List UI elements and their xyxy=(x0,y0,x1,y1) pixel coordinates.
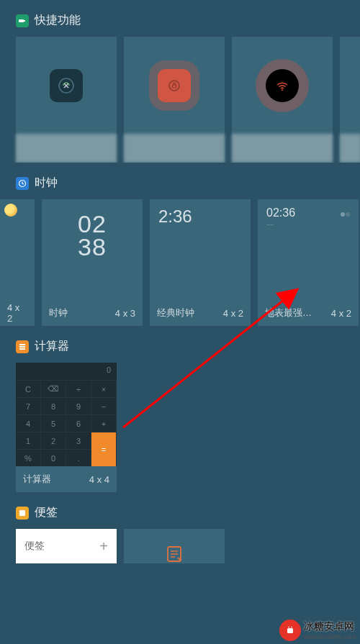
quick-section-icon xyxy=(16,14,29,27)
notes-row: 便签 + xyxy=(0,529,360,563)
svg-rect-1 xyxy=(24,20,25,22)
clock-size: 4 x 3 xyxy=(115,308,135,319)
svg-point-3 xyxy=(169,81,179,91)
lock-icon xyxy=(158,69,191,102)
clock-time: 2:36 xyxy=(158,207,242,227)
clock-footer: 时钟 4 x 3 xyxy=(42,300,143,326)
section-title-notes: 便签 xyxy=(35,505,58,520)
svg-point-8 xyxy=(346,212,350,217)
wifi-icon xyxy=(266,69,299,102)
calc-key: % xyxy=(16,449,41,466)
clock-name: 经典时钟 xyxy=(157,307,194,319)
calculator-row: 0 C ⌫ ÷ × 7 8 9 − 4 5 6 + 1 2 3 = % 0 . xyxy=(0,363,360,492)
clock-preview: 2:36 xyxy=(150,199,251,300)
sun-icon xyxy=(4,204,17,217)
svg-rect-11 xyxy=(19,344,25,345)
watermark-logo-icon xyxy=(279,620,301,641)
clock-sub: ···· xyxy=(266,221,350,228)
quick-label-blur xyxy=(340,134,360,163)
quick-preview xyxy=(124,37,225,134)
close-icon xyxy=(50,69,83,102)
clock-card-digital[interactable]: 02 38 时钟 4 x 3 xyxy=(42,199,143,326)
section-header-notes: 便签 xyxy=(0,492,360,529)
section-header-quick: 快捷功能 xyxy=(0,0,360,37)
watermark-url: www.btxtdmy.com xyxy=(304,633,356,640)
calc-key: 3 xyxy=(66,432,91,449)
note-card-add[interactable]: 便签 + xyxy=(16,529,117,563)
calc-key: 8 xyxy=(41,397,66,414)
clock-preview xyxy=(0,199,35,300)
quick-preview xyxy=(16,37,117,134)
svg-rect-13 xyxy=(19,510,25,516)
calc-key: 5 xyxy=(41,414,66,432)
clock-row: 4 x 2 02 38 时钟 4 x 3 2:36 经典时钟 4 x 2 02:… xyxy=(0,199,360,326)
clock-section-icon xyxy=(16,177,29,190)
quick-card-lock[interactable] xyxy=(124,37,225,163)
calculator-name: 计算器 xyxy=(23,473,51,486)
quick-row xyxy=(0,37,360,163)
calc-key: 4 xyxy=(16,414,41,432)
section-title-clock: 时钟 xyxy=(35,176,58,191)
calc-key: 0 xyxy=(41,449,66,466)
note-card-preview[interactable] xyxy=(124,529,225,563)
quick-preview xyxy=(340,37,360,134)
clock-card-weather[interactable]: 4 x 2 xyxy=(0,199,35,326)
calc-key: + xyxy=(91,414,117,432)
notes-section-icon xyxy=(16,507,29,520)
clock-size: 4 x 2 xyxy=(223,308,243,319)
calc-key: 7 xyxy=(16,397,41,414)
calc-key: 9 xyxy=(66,397,91,414)
quick-label-blur xyxy=(232,134,333,163)
clock-preview: 02:36 ···· xyxy=(258,199,359,300)
clock-footer: 地表最强… 4 x 2 xyxy=(258,300,359,326)
clock-name: 时钟 xyxy=(49,307,68,319)
quick-card-clear[interactable] xyxy=(16,37,117,163)
calc-key: 2 xyxy=(41,432,66,449)
weather-dots-icon xyxy=(340,208,351,221)
svg-point-18 xyxy=(288,627,289,628)
note-doc-icon xyxy=(165,545,184,563)
svg-rect-17 xyxy=(287,628,293,633)
calculator-card[interactable]: 0 C ⌫ ÷ × 7 8 9 − 4 5 6 + 1 2 3 = % 0 . xyxy=(16,363,117,492)
calculator-size: 4 x 4 xyxy=(89,474,109,485)
clock-time: 02:36 xyxy=(266,207,350,219)
svg-point-19 xyxy=(291,627,292,628)
watermark: 冰糖安卓网 www.btxtdmy.com xyxy=(279,620,356,641)
calculator-grid: C ⌫ ÷ × 7 8 9 − 4 5 6 + 1 2 3 = % 0 . xyxy=(16,380,117,466)
calc-key: 6 xyxy=(66,414,91,432)
svg-rect-12 xyxy=(19,348,25,350)
svg-rect-4 xyxy=(173,85,176,88)
clock-footer: 4 x 2 xyxy=(0,300,35,326)
section-title-calculator: 计算器 xyxy=(35,339,69,354)
calc-key: 1 xyxy=(16,432,41,449)
calc-key: × xyxy=(91,380,117,397)
quick-label-blur xyxy=(16,134,117,163)
calc-key: . xyxy=(66,449,91,466)
calculator-display: 0 xyxy=(16,363,117,380)
section-header-calculator: 计算器 xyxy=(0,326,360,363)
svg-point-7 xyxy=(341,212,345,217)
clock-time-bot: 38 xyxy=(50,235,134,258)
plus-icon: + xyxy=(99,538,108,555)
quick-card-wifi[interactable] xyxy=(232,37,333,163)
quick-card-partial[interactable] xyxy=(340,37,360,163)
clock-card-classic[interactable]: 2:36 经典时钟 4 x 2 xyxy=(150,199,251,326)
clock-size: 4 x 2 xyxy=(7,302,27,324)
calc-key-equals: = xyxy=(91,432,117,466)
calc-key: ÷ xyxy=(66,380,91,397)
note-label: 便签 xyxy=(24,540,45,553)
calc-key: ⌫ xyxy=(41,380,66,397)
quick-label-blur xyxy=(124,134,225,163)
clock-size: 4 x 2 xyxy=(331,308,351,319)
clock-preview: 02 38 xyxy=(42,199,143,300)
clock-name: 地表最强… xyxy=(265,307,312,319)
calc-key: C xyxy=(16,380,41,397)
calculator-footer: 计算器 4 x 4 xyxy=(16,466,117,492)
calculator-section-icon xyxy=(16,340,29,353)
clock-time-top: 02 xyxy=(50,212,134,235)
svg-point-5 xyxy=(282,89,283,91)
quick-preview xyxy=(232,37,333,134)
section-header-clock: 时钟 xyxy=(0,163,360,199)
watermark-text: 冰糖安卓网 xyxy=(304,620,356,633)
clock-card-best[interactable]: 02:36 ···· 地表最强… 4 x 2 xyxy=(258,199,359,326)
